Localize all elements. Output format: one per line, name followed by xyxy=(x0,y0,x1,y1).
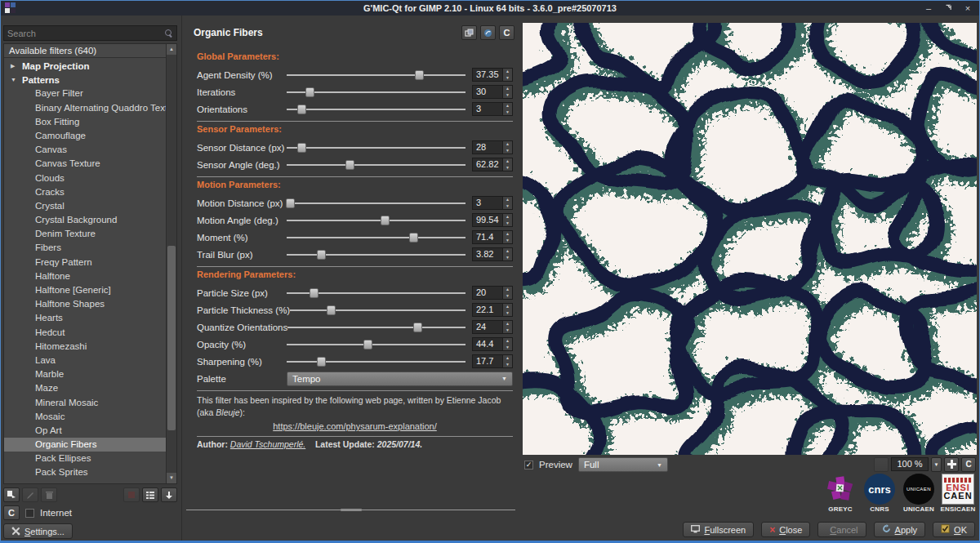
slider-handle[interactable] xyxy=(310,288,318,298)
slider-track[interactable] xyxy=(287,344,466,345)
spin-up-icon[interactable]: ▲ xyxy=(503,197,512,203)
slider-handle[interactable] xyxy=(413,323,422,332)
param-slider[interactable] xyxy=(287,322,466,333)
filter-item-pack-ellipses[interactable]: Pack Ellipses xyxy=(4,452,166,465)
param-spinbox[interactable]: 37.35▲▼ xyxy=(472,68,513,82)
filter-item-camouflage[interactable]: Camouflage xyxy=(4,129,166,143)
spin-up-icon[interactable]: ▲ xyxy=(503,355,512,362)
spin-down-icon[interactable]: ▼ xyxy=(503,293,512,300)
spinbox-value[interactable]: 28 xyxy=(473,141,502,154)
slider-handle[interactable] xyxy=(297,143,306,153)
slider-handle[interactable] xyxy=(363,340,372,349)
spinbox-value[interactable]: 20 xyxy=(473,287,502,299)
preview-image[interactable] xyxy=(523,23,977,455)
close-button[interactable]: ×Close xyxy=(761,522,810,537)
spin-down-icon[interactable]: ▼ xyxy=(503,109,512,116)
spinbox-arrows[interactable]: ▲▼ xyxy=(502,304,512,316)
spinbox-value[interactable]: 3 xyxy=(473,197,502,209)
chevron-expanded-icon[interactable]: ▼ xyxy=(11,77,17,82)
param-slider[interactable] xyxy=(287,87,466,98)
filter-item-halftone[interactable]: Halftone xyxy=(4,269,166,283)
slider-track[interactable] xyxy=(287,361,466,363)
slider-track[interactable] xyxy=(287,74,466,76)
spinbox-value[interactable]: 37.35 xyxy=(473,69,502,81)
spin-down-icon[interactable]: ▼ xyxy=(503,345,512,351)
param-slider[interactable] xyxy=(287,159,466,171)
spinbox-arrows[interactable]: ▲▼ xyxy=(502,231,512,243)
spin-up-icon[interactable]: ▲ xyxy=(503,338,512,345)
param-spinbox[interactable]: 3▲▼ xyxy=(472,196,513,210)
zoom-value[interactable]: 100 % xyxy=(891,457,929,471)
param-slider[interactable] xyxy=(287,232,466,243)
filter-item-mineral-mosaic[interactable]: Mineral Mosaic xyxy=(4,396,166,410)
scroll-up-icon[interactable]: ▲ xyxy=(167,44,176,55)
spin-down-icon[interactable]: ▼ xyxy=(503,203,512,210)
filter-item-canvas[interactable]: Canvas xyxy=(4,143,166,157)
filter-item-marble[interactable]: Marble xyxy=(4,367,166,381)
view-mode-button[interactable] xyxy=(142,487,158,502)
spin-down-icon[interactable]: ▼ xyxy=(503,327,512,334)
param-slider[interactable] xyxy=(287,339,466,350)
slider-handle[interactable] xyxy=(317,250,326,260)
horizontal-splitter[interactable] xyxy=(186,510,515,511)
param-spinbox[interactable]: 44.4▲▼ xyxy=(472,337,513,351)
filter-item-crystal-background[interactable]: Crystal Background xyxy=(4,213,166,227)
spinbox-value[interactable]: 99.54 xyxy=(473,214,502,226)
filter-item-lava[interactable]: Lava xyxy=(4,354,166,367)
param-spinbox[interactable]: 71.4▲▼ xyxy=(472,230,513,244)
spin-down-icon[interactable]: ▼ xyxy=(503,220,512,227)
search-input[interactable] xyxy=(7,29,165,38)
param-spinbox[interactable]: 3▲▼ xyxy=(472,102,513,116)
spinbox-value[interactable]: 24 xyxy=(473,321,502,333)
category-patterns[interactable]: ▼Patterns xyxy=(4,73,166,87)
collapse-all-button[interactable] xyxy=(161,487,177,502)
spinbox-arrows[interactable]: ▲▼ xyxy=(502,287,512,299)
internet-checkbox[interactable] xyxy=(25,509,34,518)
spinbox-arrows[interactable]: ▲▼ xyxy=(502,141,512,154)
filter-item-binary-alternating-quaddro-texture[interactable]: Binary Alternating Quaddro Texture xyxy=(4,101,166,115)
author-link[interactable]: David Tschumperlé. xyxy=(230,439,305,449)
zoom-fit-button[interactable] xyxy=(944,457,959,472)
param-slider[interactable] xyxy=(287,287,466,299)
filter-item-denim-texture[interactable]: Denim Texture xyxy=(4,227,166,241)
preview-mode-select[interactable]: Full ▼ xyxy=(578,457,668,472)
filter-item-pack-sprites[interactable]: Pack Sprites xyxy=(4,465,166,479)
spin-down-icon[interactable]: ▼ xyxy=(503,255,512,261)
filter-link[interactable]: https://bleuje.com/physarum-explanation/ xyxy=(197,421,513,433)
minimize-icon[interactable]: – xyxy=(924,1,933,16)
spinbox-value[interactable]: 44.4 xyxy=(473,338,502,350)
filter-item-box-fitting[interactable]: Box Fitting xyxy=(4,115,166,129)
spinbox-value[interactable]: 71.4 xyxy=(473,231,502,243)
copy-command-button[interactable] xyxy=(461,25,477,40)
filter-item-op-art[interactable]: Op Art xyxy=(4,424,166,438)
param-spinbox[interactable]: 24▲▼ xyxy=(472,320,513,334)
param-slider[interactable] xyxy=(287,249,466,260)
filter-item-maze[interactable]: Maze xyxy=(4,381,166,395)
spinbox-arrows[interactable]: ▲▼ xyxy=(502,355,512,367)
spin-up-icon[interactable]: ▲ xyxy=(503,69,512,75)
apply-button[interactable]: Apply xyxy=(874,522,926,537)
param-slider[interactable] xyxy=(287,215,466,226)
param-slider[interactable] xyxy=(287,198,466,209)
spinbox-arrows[interactable]: ▲▼ xyxy=(502,69,512,81)
spin-up-icon[interactable]: ▲ xyxy=(503,248,512,255)
zoom-reset-button[interactable]: C xyxy=(961,457,976,472)
spinbox-arrows[interactable]: ▲▼ xyxy=(502,103,512,115)
filter-item-organic-fibers[interactable]: Organic Fibers xyxy=(4,438,166,452)
slider-track[interactable] xyxy=(287,109,466,110)
spin-down-icon[interactable]: ▼ xyxy=(503,238,512,244)
param-slider[interactable] xyxy=(290,305,466,316)
slider-handle[interactable] xyxy=(409,233,418,243)
close-window-icon[interactable]: × xyxy=(963,1,973,16)
panel-splitter[interactable] xyxy=(181,16,182,541)
param-slider[interactable] xyxy=(287,104,466,115)
restore-icon[interactable] xyxy=(943,1,953,16)
spin-up-icon[interactable]: ▲ xyxy=(503,158,512,165)
category-map-projection[interactable]: ▶Map Projection xyxy=(4,59,166,73)
filter-item-hedcut[interactable]: Hedcut xyxy=(4,326,166,340)
param-spinbox[interactable]: 30▲▼ xyxy=(472,85,513,99)
filter-item-halftone-generic-[interactable]: Halftone [Generic] xyxy=(4,283,166,297)
spin-down-icon[interactable]: ▼ xyxy=(503,310,512,317)
filter-item-cracks[interactable]: Cracks xyxy=(4,185,166,199)
slider-track[interactable] xyxy=(290,309,466,311)
